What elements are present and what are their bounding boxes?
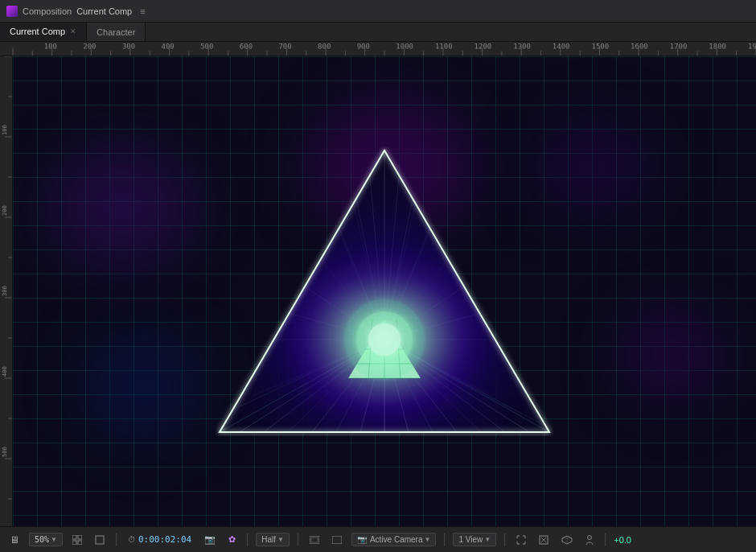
viewport-wrapper bbox=[0, 56, 756, 526]
green-value: +0.0 bbox=[614, 535, 631, 545]
3d-icon bbox=[561, 535, 573, 545]
monitor-button[interactable]: 🖥 bbox=[6, 533, 23, 547]
svg-rect-67 bbox=[72, 541, 76, 545]
sep-2 bbox=[247, 533, 248, 546]
camera-snapshot-button[interactable]: 📷 bbox=[201, 533, 219, 546]
zoom-value: 50% bbox=[35, 535, 49, 544]
svg-point-64 bbox=[344, 299, 425, 380]
sep-3 bbox=[298, 533, 298, 546]
grid-button[interactable] bbox=[69, 533, 85, 546]
tab-character-label: Character bbox=[97, 27, 135, 37]
person-icon bbox=[585, 535, 594, 545]
view-rect-icon bbox=[310, 536, 319, 544]
blob-1 bbox=[50, 150, 195, 263]
svg-rect-72 bbox=[332, 536, 342, 544]
blob-3 bbox=[87, 338, 199, 435]
svg-rect-65 bbox=[72, 535, 76, 539]
svg-point-74 bbox=[588, 535, 592, 539]
flower-button[interactable]: ✿ bbox=[225, 533, 239, 546]
top-ruler bbox=[0, 42, 756, 56]
view-rect2-icon bbox=[332, 536, 342, 544]
view-rect2-button[interactable] bbox=[329, 534, 345, 546]
view-layout-dropdown[interactable]: 1 View ▼ bbox=[453, 533, 496, 546]
main-viewport[interactable] bbox=[13, 56, 756, 526]
fit-button[interactable] bbox=[513, 533, 529, 546]
tab-current-comp[interactable]: Current Comp ✕ bbox=[0, 23, 87, 41]
svg-rect-66 bbox=[78, 535, 82, 539]
bottom-toolbar: 🖥 50% ▼ ⏱ 0:00:02:04 📷 ✿ Half ▼ bbox=[0, 526, 756, 552]
expand-button[interactable] bbox=[536, 533, 552, 546]
3d-button[interactable] bbox=[558, 533, 576, 546]
title-bar: Composition Current Comp ≡ bbox=[0, 0, 756, 23]
ruler-canvas bbox=[0, 42, 756, 56]
person-button[interactable] bbox=[582, 533, 597, 546]
title-label: Composition bbox=[23, 6, 72, 16]
sep-4 bbox=[444, 533, 445, 546]
svg-rect-71 bbox=[311, 538, 318, 542]
camera-view-value: Active Camera bbox=[370, 535, 423, 544]
grid-icon bbox=[72, 535, 82, 545]
timecode-display[interactable]: ⏱ 0:00:02:04 bbox=[125, 533, 195, 546]
tab-current-comp-label: Current Comp bbox=[10, 27, 65, 36]
fit-icon bbox=[516, 535, 526, 545]
left-ruler bbox=[0, 56, 13, 526]
resolution-value: Half bbox=[261, 535, 276, 544]
tab-bar: Current Comp ✕ Character bbox=[0, 23, 756, 42]
svg-rect-68 bbox=[78, 541, 82, 545]
sep-5 bbox=[504, 533, 505, 546]
zoom-dropdown[interactable]: 50% ▼ bbox=[29, 533, 63, 546]
app-icon bbox=[6, 6, 18, 17]
resolution-dropdown[interactable]: Half ▼ bbox=[256, 533, 290, 546]
sep-6 bbox=[605, 533, 606, 546]
blob-4 bbox=[622, 315, 719, 395]
comp-name: Current Comp bbox=[76, 6, 132, 16]
view-rect-button[interactable] bbox=[306, 534, 323, 546]
tab-current-comp-close[interactable]: ✕ bbox=[70, 27, 76, 35]
sep-1 bbox=[116, 533, 117, 546]
triangle-svg bbox=[216, 146, 553, 436]
view-layout-value: 1 View bbox=[458, 535, 483, 544]
box-button[interactable] bbox=[92, 533, 108, 546]
svg-marker-49 bbox=[220, 150, 549, 432]
timecode-value: 0:00:02:04 bbox=[138, 534, 191, 545]
tab-character[interactable]: Character bbox=[87, 23, 146, 41]
triangle-container bbox=[216, 146, 553, 436]
svg-rect-69 bbox=[96, 536, 104, 544]
box-icon bbox=[95, 535, 105, 545]
camera-view-dropdown[interactable]: 📷 Active Camera ▼ bbox=[351, 533, 437, 546]
left-ruler-canvas bbox=[0, 56, 13, 526]
title-menu-icon[interactable]: ≡ bbox=[140, 6, 145, 16]
expand-icon bbox=[539, 535, 549, 545]
